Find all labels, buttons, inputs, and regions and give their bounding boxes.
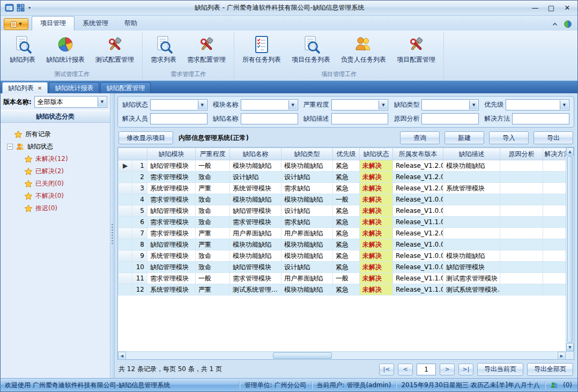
grid-cell[interactable]: 未解决	[360, 172, 393, 183]
ribbon-button[interactable]: 缺陷统计报表	[42, 33, 88, 66]
ribbon-button[interactable]: 测试配置管理	[92, 33, 138, 66]
grid-cell[interactable]: 测试系统管理模块...	[443, 284, 500, 295]
filter-select[interactable]: ▼	[150, 99, 208, 110]
horizontal-scroll-track[interactable]	[126, 352, 558, 359]
tree-item[interactable]: 已解决(2)	[4, 165, 107, 177]
grid-cell[interactable]: Release_V1.0.0	[393, 194, 443, 205]
grid-cell[interactable]: 致命	[196, 194, 230, 205]
export-current-page-button[interactable]: 导出当前页	[477, 363, 523, 376]
grid-cell[interactable]: 系统管理模块	[147, 284, 196, 295]
grid-cell[interactable]: 模块功能缺陷	[281, 160, 333, 172]
ribbon-button[interactable]: 需求列表	[147, 33, 180, 66]
grid-cell[interactable]: Release_V1.0.0	[393, 250, 443, 262]
column-header[interactable]: 原因分析	[500, 148, 543, 160]
grid-cell[interactable]	[443, 172, 500, 183]
grid-cell[interactable]: 模块功能缺陷	[443, 250, 500, 262]
next-page-button[interactable]: >	[440, 364, 455, 375]
grid-cell[interactable]: Release_V1.2.0	[393, 172, 443, 183]
grid-cell[interactable]: 模块功能缺陷	[230, 239, 281, 250]
grid-cell[interactable]: 紧急	[333, 239, 360, 250]
scroll-up-icon[interactable]: ▲	[566, 147, 574, 156]
grid-cell[interactable]: 缺陷管理模块	[147, 262, 196, 273]
row-selector[interactable]	[118, 273, 132, 284]
grid-cell[interactable]: 用户界面缺陷	[281, 228, 333, 239]
row-selector[interactable]	[118, 228, 132, 239]
grid-cell[interactable]	[500, 172, 543, 183]
grid-cell[interactable]: Release_V1.0.0	[393, 262, 443, 273]
ribbon-button[interactable]: 项目任务列表	[288, 33, 334, 66]
window-grid-icon[interactable]	[16, 3, 25, 12]
grid-cell[interactable]: 测试系统管理...	[230, 284, 281, 295]
grid-cell[interactable]	[543, 160, 566, 172]
grid-cell[interactable]: 未解决	[360, 217, 393, 228]
grid-cell[interactable]: 一般	[333, 194, 360, 205]
splitter[interactable]	[110, 93, 115, 378]
grid-cell[interactable]: 未解决	[360, 183, 393, 194]
grid-cell[interactable]	[543, 228, 566, 239]
grid-cell[interactable]: 需求管理模块	[230, 273, 281, 284]
last-page-button[interactable]: >|	[458, 364, 473, 375]
export-all-pages-button[interactable]: 导出全部页	[527, 363, 573, 376]
filter-select[interactable]: ▼	[421, 99, 479, 110]
table-row[interactable]: 10缺陷管理模块致命缺陷管理模块设计缺陷紧急未解决Release_V1.0.0缺…	[118, 262, 566, 273]
table-row[interactable]: 8缺陷管理模块严重模块功能缺陷模块功能缺陷紧急未解决Release_V1.0.0	[118, 239, 566, 250]
tree-expander-icon[interactable]: −	[7, 144, 13, 150]
grid-cell[interactable]	[500, 194, 543, 205]
table-row[interactable]: 7需求管理模块严重用户界面缺陷用户界面缺陷紧急未解决Release_V1.2.0	[118, 228, 566, 239]
grid-cell[interactable]: 需求管理模块	[147, 172, 196, 183]
tree-item[interactable]: 不解决(0)	[4, 190, 107, 202]
collapse-ribbon-icon[interactable]	[551, 20, 559, 28]
table-row[interactable]: 5缺陷管理模块致命缺陷管理模块设计缺陷紧急未解决Release_V1.0.0	[118, 205, 566, 217]
filter-select[interactable]: ▼	[506, 99, 569, 110]
close-button[interactable]: ✕	[559, 2, 575, 14]
table-row[interactable]: 2需求管理模块致命设计缺陷设计缺陷紧急未解决Release_V1.2.0	[118, 172, 566, 183]
page-number-input[interactable]	[417, 364, 436, 375]
grid-cell[interactable]: Release_V1.2.0	[393, 228, 443, 239]
grid-cell[interactable]	[500, 205, 543, 217]
modify-display-button[interactable]: 修改显示项目	[118, 131, 173, 144]
first-page-button[interactable]: |<	[379, 364, 394, 375]
grid-cell[interactable]: 未解决	[360, 262, 393, 273]
import-button[interactable]: 导入	[489, 131, 529, 144]
row-selector[interactable]	[118, 172, 132, 183]
grid-cell[interactable]: 系统管理模块	[147, 183, 196, 194]
grid-cell[interactable]	[500, 262, 543, 273]
grid-cell[interactable]: 需求管理模块	[147, 194, 196, 205]
close-tab-icon[interactable]: ✕	[38, 85, 42, 91]
grid-cell[interactable]: 设计缺陷	[281, 172, 333, 183]
grid-cell[interactable]: 设计缺陷	[281, 262, 333, 273]
grid-cell[interactable]: Release_V1.2.0	[393, 183, 443, 194]
tree-item[interactable]: 所有记录	[4, 128, 107, 140]
tree-item[interactable]: −缺陷状态	[4, 140, 107, 153]
grid-cell[interactable]	[443, 228, 500, 239]
grid-cell[interactable]: 缺陷管理模块	[230, 205, 281, 217]
tree-item[interactable]: 已关闭(0)	[4, 177, 107, 190]
grid-cell[interactable]: 用户界面缺陷	[281, 273, 333, 284]
grid-cell[interactable]: 模块功能缺陷	[281, 284, 333, 295]
column-header[interactable]: 缺陷描述	[443, 148, 500, 160]
grid-cell[interactable]: 系统管理模块	[230, 183, 281, 194]
grid-cell[interactable]: 需求管理模块	[147, 273, 196, 284]
app-menu-button[interactable]: ▼	[4, 18, 28, 30]
table-row[interactable]: ▶1缺陷管理模块一般模块功能缺陷模块功能缺陷紧急未解决Release_V1.2.…	[118, 160, 566, 172]
grid-cell[interactable]: Release_V1.1.0	[393, 273, 443, 284]
version-select[interactable]: 全部版本 ▼	[34, 96, 107, 108]
row-selector[interactable]	[118, 183, 132, 194]
maximize-button[interactable]: □	[543, 2, 559, 14]
grid-cell[interactable]	[500, 160, 543, 172]
table-row[interactable]: 9系统管理模块致命模块功能缺陷模块功能缺陷紧急未解决Release_V1.0.0…	[118, 250, 566, 262]
grid-cell[interactable]: 严重	[196, 183, 230, 194]
grid-cell[interactable]: 未解决	[360, 228, 393, 239]
row-selector[interactable]	[118, 284, 132, 295]
new-button[interactable]: 新建	[444, 131, 484, 144]
grid-cell[interactable]: 需求管理模块	[147, 217, 196, 228]
grid-cell[interactable]: 未解决	[360, 284, 393, 295]
tree-item[interactable]: 推迟(0)	[4, 202, 107, 215]
grid-cell[interactable]: 需求缺陷	[281, 183, 333, 194]
grid-cell[interactable]	[543, 217, 566, 228]
grid-cell[interactable]: 严重	[196, 284, 230, 295]
grid-cell[interactable]: 紧急	[333, 228, 360, 239]
grid-cell[interactable]: 未解决	[360, 205, 393, 217]
grid-cell[interactable]: 未解决	[360, 250, 393, 262]
grid-cell[interactable]: 紧急	[333, 262, 360, 273]
